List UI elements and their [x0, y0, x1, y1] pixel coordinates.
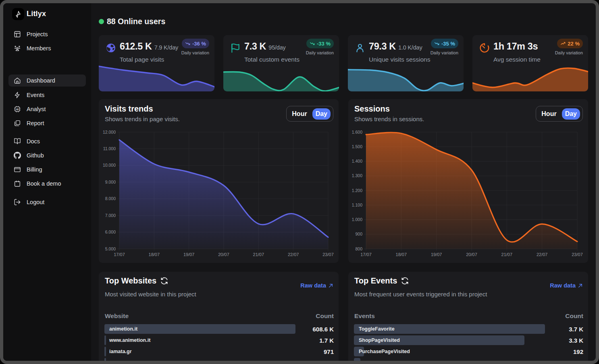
svg-text:18/07: 18/07: [149, 252, 160, 257]
svg-text:23/07: 23/07: [322, 252, 334, 257]
svg-text:10.000: 10.000: [103, 163, 116, 168]
svg-text:21/07: 21/07: [501, 252, 513, 257]
svg-text:18/07: 18/07: [396, 252, 407, 257]
svg-text:9.000: 9.000: [105, 180, 116, 184]
svg-text:900: 900: [355, 232, 362, 236]
svg-text:17/07: 17/07: [114, 252, 125, 257]
svg-text:1.300: 1.300: [352, 173, 362, 178]
svg-text:21/07: 21/07: [253, 252, 264, 257]
svg-text:22/07: 22/07: [288, 252, 299, 257]
svg-text:12.000: 12.000: [103, 130, 116, 134]
svg-text:800: 800: [355, 246, 362, 251]
svg-text:6.000: 6.000: [105, 230, 116, 234]
svg-text:22/07: 22/07: [537, 252, 548, 257]
svg-text:1.400: 1.400: [352, 159, 362, 163]
svg-text:8.000: 8.000: [105, 196, 116, 201]
svg-text:7.000: 7.000: [105, 213, 116, 218]
svg-text:1.000: 1.000: [352, 217, 362, 222]
svg-text:5.000: 5.000: [105, 246, 116, 251]
svg-text:23/07: 23/07: [572, 252, 583, 257]
svg-text:19/07: 19/07: [431, 252, 442, 257]
svg-text:1.200: 1.200: [352, 188, 362, 193]
svg-text:20/07: 20/07: [466, 252, 477, 257]
svg-text:1.100: 1.100: [352, 203, 362, 207]
svg-text:1.500: 1.500: [352, 144, 362, 149]
svg-text:11.000: 11.000: [103, 146, 116, 151]
svg-text:17/07: 17/07: [360, 252, 372, 257]
svg-text:1.600: 1.600: [352, 130, 362, 134]
svg-text:AI: AI: [16, 108, 19, 111]
svg-text:19/07: 19/07: [183, 252, 195, 257]
svg-text:20/07: 20/07: [218, 252, 229, 257]
